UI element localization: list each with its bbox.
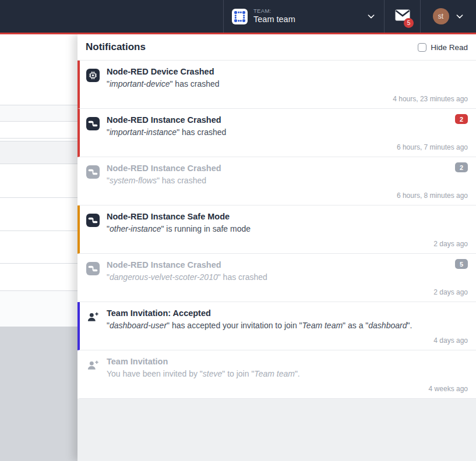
user-add-icon [86,310,100,324]
notification-body: You have been invited by "steve" to join… [107,369,445,378]
notification-title: Team Invitation [107,357,445,366]
entity-name: other-instance [110,224,161,233]
notification-count-badge: 5 [455,259,468,269]
hide-read-label: Hide Read [431,43,468,52]
page-accent-bar [0,33,476,34]
chevron-down-icon [455,12,464,21]
panel-title: Notifications [86,41,146,53]
notifications-mail-button[interactable]: 5 [385,0,420,33]
notification-count-badge: 2 [455,162,468,172]
notification-title: Node-RED Device Crashed [107,67,445,76]
instance-icon [86,262,100,275]
entity-name: important-device [110,79,170,88]
notification-title: Node-RED Instance Crashed [107,115,445,125]
notification-body: "dangerous-velvet-scoter-2010" has crash… [107,272,445,282]
notification-body: "system-flows" has crashed [107,176,445,185]
entity-name: Team team [254,369,295,378]
panel-footer [77,399,476,461]
entity-name: dangerous-velvet-scoter-2010 [110,272,218,282]
entity-name: Team team [302,321,343,330]
notifications-panel: Notifications Hide Read Node-RED Device … [77,34,476,461]
notification-item[interactable]: Node-RED Device Crashed "important-devic… [77,61,476,109]
notification-timestamp: 4 days ago [433,336,468,345]
body-text: You have been invited by " [107,369,203,378]
notifications-header: Notifications Hide Read [77,34,476,61]
notification-timestamp: 4 hours, 23 minutes ago [393,95,468,103]
user-avatar: st [433,8,449,24]
notification-text: Team Invitation You have been invited by… [107,357,468,393]
body-text: " has crashed [157,176,206,185]
body-text: " has accepted your invitation to join " [167,321,302,330]
notification-timestamp: 6 hours, 8 minutes ago [397,192,468,200]
notification-item[interactable]: Team Invitation: Accepted "dashboard-use… [77,302,476,350]
body-text: " to join " [222,369,254,378]
body-text: " has crashed [170,79,219,88]
instance-icon [86,214,100,227]
body-text: " has crashed [218,272,267,282]
team-name: Team team [253,15,361,24]
notification-timestamp: 2 days ago [433,288,468,296]
notification-title: Node-RED Instance Crashed [107,164,445,173]
hide-read-toggle[interactable]: Hide Read [418,43,468,52]
body-text: " as a " [343,321,368,330]
notification-text: Node-RED Instance Safe Mode "other-insta… [107,212,468,249]
hide-read-checkbox[interactable] [418,43,426,52]
notification-title: Node-RED Instance Safe Mode [107,212,445,221]
team-label: TEAM: [253,8,361,15]
device-icon [86,69,100,82]
notification-timestamp: 6 hours, 7 minutes ago [397,143,468,151]
notification-item[interactable]: Node-RED Instance Crashed "important-ins… [77,109,476,157]
instance-icon [86,165,100,179]
instance-icon [86,117,100,130]
body-text: " is running in safe mode [161,224,251,233]
user-menu[interactable]: st [421,0,476,33]
notification-timestamp: 4 weeks ago [429,385,468,393]
team-text: TEAM: Team team [253,8,361,24]
notification-body: "other-instance" is running in safe mode [107,224,445,233]
notification-list: Node-RED Device Crashed "important-devic… [77,61,476,399]
team-selector[interactable]: TEAM: Team team [224,0,384,33]
notification-text: Team Invitation: Accepted "dashboard-use… [107,308,468,345]
notification-item[interactable]: Node-RED Instance Safe Mode "other-insta… [77,205,476,254]
top-navbar: TEAM: Team team 5 st [0,0,476,33]
team-avatar-identicon [232,9,248,24]
notification-body: "important-device" has crashed [107,79,445,88]
notification-title: Node-RED Instance Crashed [107,260,445,269]
body-text: " has crashed [177,127,226,137]
entity-name: system-flows [110,176,157,185]
entity-name: important-instance [110,127,177,137]
notification-timestamp: 2 days ago [433,240,468,248]
entity-name: steve [203,369,222,378]
unread-count-badge: 5 [404,18,414,28]
body-text: ". [407,321,412,330]
entity-name: dashboard-user [110,321,167,330]
notification-body: "dashboard-user" has accepted your invit… [107,321,445,330]
body-text: ". [295,369,300,378]
notification-item[interactable]: Node-RED Instance Crashed "system-flows"… [77,157,476,205]
notification-text: Node-RED Instance Crashed "dangerous-vel… [107,260,468,297]
notification-item[interactable]: Node-RED Instance Crashed "dangerous-vel… [77,254,476,302]
notification-title: Team Invitation: Accepted [107,308,445,318]
user-add-icon [86,359,100,372]
notification-count-badge: 2 [455,114,468,124]
notification-item[interactable]: Team Invitation You have been invited by… [77,350,476,399]
notification-body: "important-instance" has crashed [107,127,445,137]
entity-name: dashboard [368,321,407,330]
chevron-down-icon [366,12,376,21]
